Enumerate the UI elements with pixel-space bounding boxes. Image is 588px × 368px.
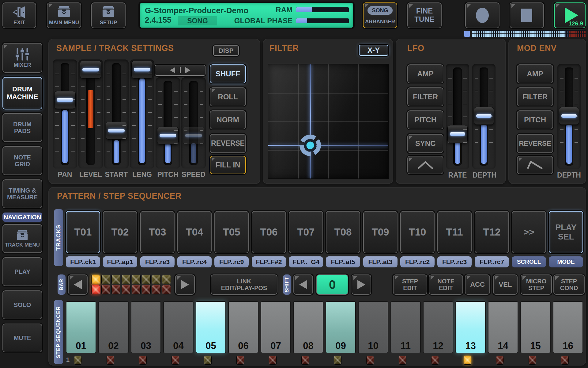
link-edit-play-pos-button[interactable]: LINKEDIT/PLAY-POS — [211, 274, 277, 295]
track-button-t10[interactable]: T10 — [400, 211, 435, 253]
speed-slider-thumb[interactable] — [183, 127, 204, 144]
step-pad-02[interactable]: 02 — [98, 301, 129, 353]
track-scroll-button[interactable]: >> — [512, 211, 546, 253]
lfo-filter-button[interactable]: FILTER — [407, 87, 443, 106]
env-reverse-button[interactable]: REVERSE — [517, 134, 553, 153]
roll-button[interactable]: ROLL — [210, 87, 246, 106]
step-pad-07[interactable]: 07 — [261, 301, 291, 353]
shift-right-button[interactable] — [352, 274, 371, 295]
xy-puck[interactable] — [299, 134, 322, 157]
shuff-button[interactable]: SHUFF — [210, 64, 246, 83]
lfo-depth-thumb[interactable] — [474, 107, 494, 125]
lfo-rate-slider[interactable] — [446, 64, 469, 169]
speed-slider[interactable] — [181, 77, 206, 169]
lfo-sync-button[interactable]: SYNC — [407, 134, 443, 153]
note-edit-button[interactable]: NOTE EDIT — [429, 274, 463, 295]
step-pad-11[interactable]: 11 — [390, 301, 421, 353]
norm-button[interactable]: NORM — [210, 110, 246, 129]
step-pad-04[interactable]: 04 — [163, 301, 194, 353]
song-arranger-button[interactable]: SONG ARRANGER — [363, 2, 397, 28]
start-slider[interactable] — [104, 59, 129, 169]
step-pad-14[interactable]: 14 — [488, 301, 518, 353]
lfo-amp-button[interactable]: AMP — [407, 64, 443, 83]
sidebar-item-timing-measure[interactable]: TIMING & MEASURE — [2, 179, 42, 208]
stop-button[interactable] — [510, 2, 544, 28]
bar-led — [111, 275, 120, 284]
drawer-icon — [101, 5, 116, 18]
sidebar-item-play[interactable]: PLAY — [2, 257, 42, 286]
track-button-t07[interactable]: T07 — [289, 211, 323, 253]
track-play-sel-button[interactable]: PLAY SEL — [549, 211, 583, 253]
fill-in-button[interactable]: FILL IN — [210, 156, 246, 174]
sidebar-item-drum-pads[interactable]: DRUM PADS — [2, 113, 42, 142]
acc-button[interactable]: ACC — [465, 274, 490, 295]
main-menu-button[interactable]: MAIN MENU — [47, 2, 81, 28]
track-button-t12[interactable]: T12 — [475, 211, 509, 253]
pitch-slider[interactable] — [156, 77, 180, 169]
bar-next-button[interactable] — [175, 274, 195, 295]
step-cond-button[interactable]: STEP COND — [553, 274, 585, 295]
step-pad-08[interactable]: 08 — [293, 301, 323, 353]
pan-slider[interactable] — [53, 59, 77, 169]
disp-button[interactable]: DISP — [213, 45, 239, 56]
pitch-slider-thumb[interactable] — [157, 127, 179, 144]
lfo-pitch-button[interactable]: PITCH — [407, 110, 443, 129]
env-filter-button[interactable]: FILTER — [517, 87, 553, 106]
level-slider[interactable] — [78, 59, 103, 169]
step-pad-03[interactable]: 03 — [131, 301, 161, 353]
step-pad-16[interactable]: 16 — [553, 301, 583, 353]
track-button-t02[interactable]: T02 — [103, 211, 137, 253]
shift-left-button[interactable] — [293, 274, 313, 295]
step-pad-12[interactable]: 12 — [423, 301, 453, 353]
track-button-t11[interactable]: T11 — [437, 211, 472, 253]
exit-label: EXIT — [13, 20, 25, 25]
filter-xy-pad[interactable] — [268, 64, 389, 179]
step-pad-15[interactable]: 15 — [520, 301, 551, 353]
sidebar-item-note-grid[interactable]: NOTE GRID — [2, 146, 42, 175]
track-button-t04[interactable]: T04 — [177, 211, 212, 253]
level-slider-thumb[interactable] — [80, 61, 101, 79]
start-slider-thumb[interactable] — [106, 122, 127, 140]
track-button-t08[interactable]: T08 — [326, 211, 360, 253]
env-amp-button[interactable]: AMP — [517, 64, 553, 83]
track-button-t06[interactable]: T06 — [252, 211, 286, 253]
lfo-rate-thumb[interactable] — [447, 125, 468, 143]
sidebar-item-drum-machine[interactable]: DRUM MACHINE — [2, 77, 42, 109]
env-depth-slider[interactable] — [557, 64, 581, 169]
vel-button[interactable]: VEL — [493, 274, 518, 295]
play-button[interactable]: 126.9 — [554, 2, 586, 28]
sidebar-item-mute[interactable]: MUTE — [2, 324, 42, 352]
step-pad-01[interactable]: 01 — [66, 301, 96, 353]
lfo-depth-slider[interactable] — [472, 64, 496, 169]
track-button-t01[interactable]: T01 — [66, 211, 100, 253]
record-button[interactable] — [465, 2, 499, 28]
sidebar-item-solo[interactable]: SOLO — [2, 290, 42, 319]
sidebar-item-mixer[interactable]: MIXER — [2, 43, 42, 73]
step-edit-button[interactable]: STEP EDIT — [393, 274, 427, 295]
pan-slider-thumb[interactable] — [54, 91, 76, 109]
track-button-t05[interactable]: T05 — [214, 211, 249, 253]
exit-button[interactable]: EXIT — [2, 2, 36, 28]
main-menu-label: MAIN MENU — [49, 20, 79, 25]
fine-tune-button[interactable]: FINE TUNE — [407, 2, 442, 28]
sidebar-item-track-menu[interactable]: TRACK MENU — [2, 224, 42, 253]
reverse-button[interactable]: REVERSE — [210, 134, 246, 153]
xy-mode-button[interactable]: X-Y — [359, 45, 388, 56]
micro-step-button[interactable]: MICRO STEP — [521, 274, 552, 295]
step-pad-10[interactable]: 10 — [358, 301, 388, 353]
lfo-waveform-button[interactable] — [407, 156, 443, 174]
track-button-t03[interactable]: T03 — [140, 211, 175, 253]
track-button-t09[interactable]: T09 — [363, 211, 398, 253]
bar-prev-button[interactable] — [68, 274, 88, 295]
env-shape-button[interactable] — [517, 156, 553, 174]
step-pad-06[interactable]: 06 — [228, 301, 258, 353]
sample-prev-next-button[interactable] — [155, 65, 205, 76]
env-pitch-button[interactable]: PITCH — [517, 110, 553, 129]
step-pad-05[interactable]: 05 — [196, 301, 226, 353]
leng-slider-thumb[interactable] — [131, 61, 153, 79]
step-pad-09[interactable]: 09 — [326, 301, 356, 353]
step-pad-13[interactable]: 13 — [455, 301, 486, 353]
leng-slider[interactable] — [130, 59, 154, 169]
setup-button[interactable]: SETUP — [91, 2, 126, 28]
env-depth-thumb[interactable] — [559, 107, 579, 125]
